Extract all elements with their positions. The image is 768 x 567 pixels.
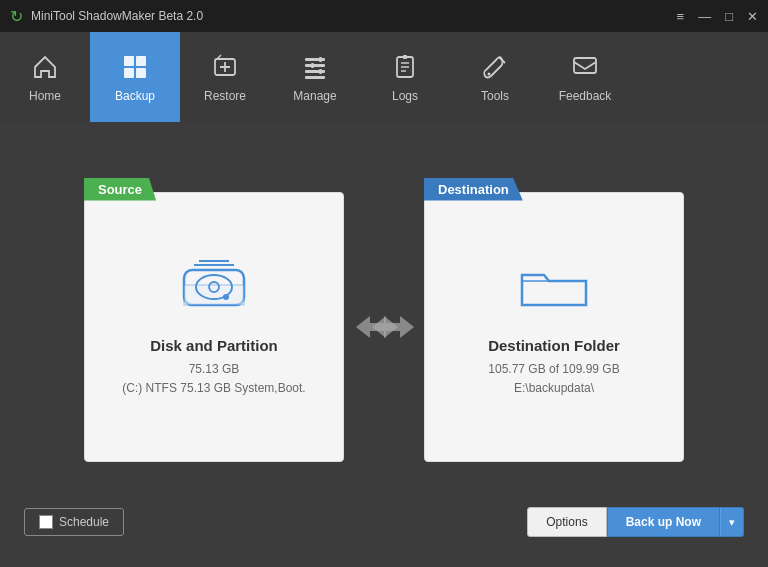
navbar: Home Backup Restore [0, 32, 768, 122]
nav-home-label: Home [29, 89, 61, 103]
svg-rect-9 [319, 57, 322, 62]
nav-tools-label: Tools [481, 89, 509, 103]
nav-logs-label: Logs [392, 89, 418, 103]
titlebar-controls: ≡ — □ ✕ [677, 9, 758, 24]
schedule-button[interactable]: Schedule [24, 508, 124, 536]
titlebar-left: ↻ MiniTool ShadowMaker Beta 2.0 [10, 7, 203, 26]
svg-rect-0 [124, 56, 134, 66]
svg-point-14 [488, 73, 491, 76]
svg-rect-3 [136, 68, 146, 78]
bottom-bar: Schedule Options Back up Now ▾ [20, 497, 748, 547]
nav-backup[interactable]: Backup [90, 32, 180, 122]
nav-manage-label: Manage [293, 89, 336, 103]
destination-size: 105.77 GB of 109.99 GB [488, 360, 619, 379]
svg-rect-11 [319, 69, 322, 74]
right-buttons: Options Back up Now ▾ [527, 507, 744, 537]
feedback-icon [569, 51, 601, 83]
svg-rect-15 [574, 58, 596, 73]
backup-icon [119, 51, 151, 83]
nav-home[interactable]: Home [0, 32, 90, 122]
arrow-area [344, 307, 424, 347]
destination-icon-area [514, 255, 594, 319]
svg-rect-6 [305, 64, 325, 67]
nav-backup-label: Backup [115, 89, 155, 103]
restore-icon [209, 51, 241, 83]
content-area: Source Disk and Partition 75.13 G [0, 122, 768, 567]
destination-wrapper: Destination Destination Folder 105.77 GB… [424, 178, 684, 462]
source-label: Source [84, 178, 156, 201]
minimize-button[interactable]: — [698, 9, 711, 24]
backup-dropdown-button[interactable]: ▾ [720, 507, 744, 537]
schedule-label: Schedule [59, 515, 109, 529]
source-card[interactable]: Disk and Partition 75.13 GB (C:) NTFS 75… [84, 192, 344, 462]
logs-icon [389, 51, 421, 83]
cards-area: Source Disk and Partition 75.13 G [20, 142, 748, 497]
nav-feedback[interactable]: Feedback [540, 32, 630, 122]
source-wrapper: Source Disk and Partition 75.13 G [84, 178, 344, 462]
options-button[interactable]: Options [527, 507, 606, 537]
destination-title: Destination Folder [488, 337, 620, 354]
nav-logs[interactable]: Logs [360, 32, 450, 122]
nav-tools[interactable]: Tools [450, 32, 540, 122]
source-detail: (C:) NTFS 75.13 GB System,Boot. [122, 379, 305, 398]
backup-now-button[interactable]: Back up Now [607, 507, 720, 537]
source-size: 75.13 GB [189, 360, 240, 379]
app-icon: ↻ [10, 7, 23, 26]
destination-path: E:\backupdata\ [514, 379, 594, 398]
destination-label: Destination [424, 178, 523, 201]
nav-restore-label: Restore [204, 89, 246, 103]
svg-point-20 [223, 294, 229, 300]
destination-card[interactable]: Destination Folder 105.77 GB of 109.99 G… [424, 192, 684, 462]
home-icon [29, 51, 61, 83]
svg-rect-13 [403, 55, 407, 59]
tools-icon [479, 51, 511, 83]
nav-restore[interactable]: Restore [180, 32, 270, 122]
manage-icon [299, 51, 331, 83]
svg-rect-8 [305, 76, 325, 79]
titlebar: ↻ MiniTool ShadowMaker Beta 2.0 ≡ — □ ✕ [0, 0, 768, 32]
svg-rect-1 [136, 56, 146, 66]
close-button[interactable]: ✕ [747, 9, 758, 24]
menu-button[interactable]: ≡ [677, 9, 685, 24]
schedule-checkbox [39, 515, 53, 529]
svg-rect-17 [184, 285, 244, 305]
svg-rect-2 [124, 68, 134, 78]
source-title: Disk and Partition [150, 337, 278, 354]
source-icon-area [174, 255, 254, 319]
nav-feedback-label: Feedback [559, 89, 612, 103]
svg-rect-10 [311, 63, 314, 68]
nav-manage[interactable]: Manage [270, 32, 360, 122]
maximize-button[interactable]: □ [725, 9, 733, 24]
app-title: MiniTool ShadowMaker Beta 2.0 [31, 9, 203, 23]
